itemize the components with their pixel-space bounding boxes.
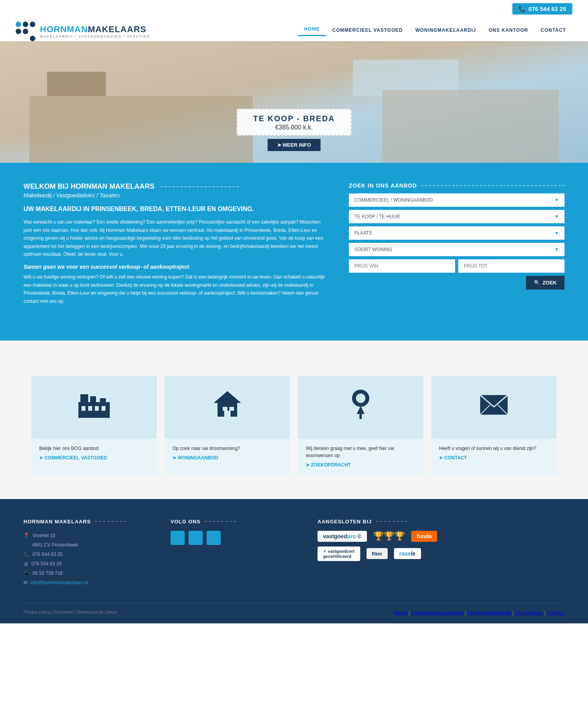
- social-icons: f t in: [171, 531, 294, 545]
- footer-address-icon: 📍 Vroente 10: [24, 531, 147, 540]
- hero-overlay: TE KOOP - BREDA €385.000 k.k. MEER INFO: [237, 109, 352, 151]
- card-woning-link[interactable]: WONINGAANBOD: [165, 455, 226, 461]
- welcome-para2: Wilt u uw huidige woning verkopen? Of wi…: [24, 273, 325, 305]
- dot-7: [16, 36, 21, 41]
- partner-logos-2: ✓ vastgoedcertgecertificeerd Rkm roxxle: [318, 547, 564, 561]
- dot-4: [16, 29, 21, 34]
- footer-link-commercieel[interactable]: Commercieel vastgoed: [411, 610, 463, 616]
- nav-woningmakelaardij[interactable]: WONINGMAKELAARDIJ: [409, 24, 482, 36]
- factory-icon: [78, 390, 110, 424]
- blue-section-bottom: [0, 329, 588, 341]
- card-bog-link[interactable]: COMMERCIEEL VASTGOED: [31, 455, 115, 461]
- price-from-input[interactable]: [349, 259, 455, 273]
- linkedin-btn[interactable]: in: [207, 531, 221, 545]
- footer-link-kantoor[interactable]: Ons kantoor: [515, 610, 543, 616]
- dot-2: [23, 22, 28, 27]
- footer-link-woningmakelaardij[interactable]: Woningmakelaardij: [468, 610, 511, 616]
- footer-phone1: 📞 076 544 63 25: [24, 550, 147, 559]
- hero-section: TE KOOP - BREDA €385.000 k.k. MEER INFO: [0, 41, 588, 163]
- card-contact[interactable]: Heeft u vragen of kunnen wij u van diens…: [431, 376, 557, 475]
- card-woning[interactable]: Op zoek naar uw droomwoning? WONINGAANBO…: [165, 376, 290, 475]
- card-zoekopdracht-link[interactable]: ZOEKOPDRACHT: [298, 462, 359, 468]
- envelope-icon: [478, 392, 510, 423]
- welcome-text: WELKOM BIJ HORNMAN MAKELAARS Makelaardij…: [24, 182, 325, 309]
- triangle-divider: [16, 364, 572, 376]
- main-nav: HOME COMMERCIEEL VASTGOED WONINGMAKELAAR…: [298, 23, 572, 40]
- footer-email[interactable]: ✉ info@hornmanmakelaars.nl: [24, 578, 147, 587]
- card-icon-area-4: [431, 376, 557, 439]
- welcome-italic-heading: Samen gaan we voor een succesvol verkoop…: [24, 264, 325, 270]
- hero-price: €385.000 k.k.: [253, 124, 335, 131]
- card-icon-area-1: [31, 376, 157, 439]
- partner-roxxle: roxxle: [394, 548, 421, 559]
- card-zoekopdracht-text: Wij denken graag met u mee, geef hier uw…: [298, 439, 423, 462]
- search-button[interactable]: 🔍 ZOEK: [526, 276, 564, 290]
- twitter-btn[interactable]: t: [189, 531, 203, 545]
- nav-ons-kantoor[interactable]: ONS KANTOOR: [482, 24, 534, 36]
- partner-vastgoedpro: vastgoedpro ©: [318, 531, 367, 542]
- search-dropdown-2[interactable]: TE KOOP / TE HUUR: [349, 210, 564, 223]
- phone-badge[interactable]: 076 544 63 25: [512, 3, 572, 15]
- dot-3: [30, 22, 35, 27]
- search-icon: 🔍: [534, 280, 540, 286]
- mobile-icon: 📱: [24, 568, 29, 578]
- welcome-heading: UW MAKELAARDIJ IN PRINSENBEEK, BREDA, ET…: [24, 205, 325, 213]
- logo-area: HORNMANMAKELAARS MAKELAARDIJ / VASTGOEDA…: [16, 22, 150, 41]
- nav-contact[interactable]: CONTACT: [534, 24, 572, 36]
- footer: HORNMAN MAKELAARS 📍 Vroente 10 4841 CV P…: [0, 499, 588, 623]
- card-bog-text: Bekijk hier ons BOG aanbod: [31, 439, 157, 455]
- search-title: ZOEK IN ONS AANBOD: [349, 182, 564, 189]
- partner-vastgoedcert: ✓ vastgoedcertgecertificeerd: [318, 547, 360, 561]
- svg-rect-5: [88, 406, 92, 411]
- cards-section: Bekijk hier ons BOG aanbod COMMERCIEEL V…: [0, 341, 588, 499]
- search-dropdown-4[interactable]: SOORT WONING: [349, 243, 564, 256]
- logo-name: HORNMANMAKELAARS: [40, 24, 150, 35]
- dashed-line-1: [160, 186, 239, 187]
- partner-rkm: Rkm: [367, 548, 388, 559]
- price-to-input[interactable]: [458, 259, 564, 273]
- logo-dots-grid: [16, 22, 35, 41]
- blue-section: WELKOM BIJ HORNMAN MAKELAARS Makelaardij…: [0, 163, 588, 329]
- pin-icon: [349, 388, 372, 426]
- dot-8: [23, 36, 28, 41]
- cards-container: Bekijk hier ons BOG aanbod COMMERCIEEL V…: [16, 376, 572, 475]
- footer-address-city: 4841 CV Prinsenbeek: [24, 540, 147, 550]
- footer-link-home[interactable]: Home: [394, 610, 407, 616]
- footer-link-contact[interactable]: Contact: [547, 610, 564, 616]
- card-woning-text: Op zoek naar uw droomwoning?: [165, 439, 290, 455]
- search-dropdown-3[interactable]: PLAATS: [349, 226, 564, 240]
- partner-logos: vastgoedpro © 🏆🏆🏆 funda: [318, 531, 564, 542]
- header-top: 076 544 63 25: [0, 0, 588, 18]
- search-dropdown-1[interactable]: COMMERCIEEL / WONINGAANBOD: [349, 193, 564, 207]
- card-zoekopdracht[interactable]: Wij denken graag met u mee, geef hier uw…: [298, 376, 423, 475]
- welcome-title: WELKOM BIJ HORNMAN MAKELAARS: [24, 182, 325, 191]
- footer-dash-2: [205, 521, 236, 522]
- nav-commercieel[interactable]: COMMERCIEEL VASTGOED: [326, 24, 409, 36]
- search-box: ZOEK IN ONS AANBOD COMMERCIEEL / WONINGA…: [349, 182, 564, 309]
- search-price-row: [349, 259, 564, 273]
- footer-bottom-links: Home | Commercieel vastgoed | Woningmake…: [394, 610, 564, 616]
- house-icon: [212, 389, 243, 425]
- facebook-btn[interactable]: f: [171, 531, 185, 545]
- card-contact-text: Heeft u vragen of kunnen wij u van diens…: [431, 439, 557, 455]
- header-main: HORNMANMAKELAARS MAKELAARDIJ / VASTGOEDA…: [0, 18, 588, 41]
- hero-meer-info-btn[interactable]: MEER INFO: [268, 139, 321, 151]
- dot-5: [23, 29, 28, 34]
- footer-dash-1: [95, 521, 126, 522]
- card-contact-link[interactable]: CONTACT: [431, 455, 475, 461]
- phone-icon-1: 📞: [24, 550, 29, 559]
- svg-point-14: [356, 393, 365, 403]
- welcome-para1: Wat verwacht u van uw makelaar? Een snel…: [24, 218, 325, 258]
- partner-funda: funda: [411, 531, 437, 542]
- location-icon: 📍: [24, 531, 29, 540]
- fax-icon: 🖨: [24, 559, 28, 568]
- card-bog[interactable]: Bekijk hier ons BOG aanbod COMMERCIEEL V…: [31, 376, 157, 475]
- nav-home[interactable]: HOME: [298, 23, 326, 36]
- card-icon-area-3: [298, 376, 423, 439]
- partner-awards: 🏆🏆🏆: [373, 531, 405, 541]
- svg-rect-11: [229, 407, 234, 411]
- footer-col-social: VOLG ONS f t in: [171, 519, 294, 587]
- dot-9: [30, 36, 35, 41]
- search-title-dash: [421, 185, 564, 186]
- svg-rect-16: [359, 412, 362, 419]
